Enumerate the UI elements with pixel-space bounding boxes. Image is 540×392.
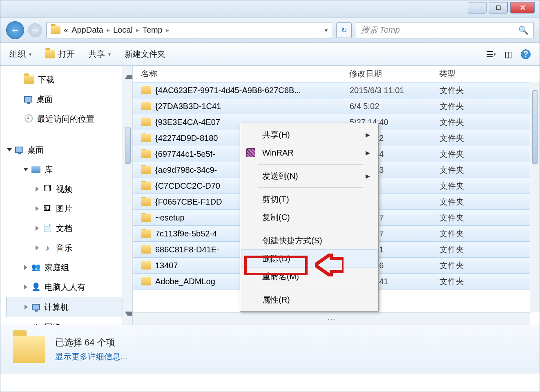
folder-icon xyxy=(141,86,151,94)
scrollbar-thumb[interactable] xyxy=(532,90,538,164)
toolbar-open[interactable]: 打开 xyxy=(45,49,75,60)
maximize-button[interactable]: ☐ xyxy=(489,2,508,13)
scrollbar-thumb[interactable] xyxy=(125,127,131,164)
sidebar-item-downloads[interactable]: 下载 xyxy=(6,70,130,89)
breadcrumb-sep-icon: ▸ xyxy=(166,26,169,34)
column-date[interactable]: 修改日期 xyxy=(349,68,439,79)
table-row[interactable]: {4AC623E7-9971-4d45-A9B8-627C6B...2015/6… xyxy=(133,82,540,98)
folder-icon xyxy=(141,102,151,110)
file-type: 文件夹 xyxy=(440,117,539,128)
expand-icon[interactable] xyxy=(23,168,28,171)
show-more-link[interactable]: 显示更多详细信息... xyxy=(55,351,127,362)
folder-icon xyxy=(141,118,151,126)
help-button[interactable]: ? xyxy=(521,49,531,59)
table-row[interactable]: {27DA3B3D-1C416/4 5:02文件夹 xyxy=(133,98,540,114)
file-name: {42274D9D-8180 xyxy=(155,134,218,143)
sidebar-item-desktop[interactable]: 桌面 xyxy=(6,89,130,109)
view-mode-button[interactable]: ☰▾ xyxy=(486,50,495,59)
sidebar-item-homegroup[interactable]: 👥家庭组 xyxy=(6,258,130,277)
desktop-icon xyxy=(15,147,23,153)
expand-icon[interactable] xyxy=(36,245,39,250)
column-name[interactable]: 名称 xyxy=(141,68,349,79)
preview-pane-button[interactable]: ◫ xyxy=(504,50,513,59)
breadcrumb-sep-icon: ▸ xyxy=(136,26,139,34)
back-button[interactable]: ← xyxy=(6,21,24,39)
ctx-winrar[interactable]: WinRAR▶ xyxy=(241,144,377,162)
library-icon xyxy=(31,166,40,173)
file-name: {93E3E4CA-4E07 xyxy=(155,118,220,127)
arrow-left-icon: ← xyxy=(11,25,20,36)
horizontal-scrollbar[interactable]: ⋯ xyxy=(133,312,530,325)
user-icon: 👤 xyxy=(31,283,40,292)
sidebar-item-recent[interactable]: 🕘最近访问的位置 xyxy=(6,109,130,129)
file-date: 6/4 5:02 xyxy=(350,102,440,111)
minimize-icon: ─ xyxy=(475,4,479,11)
file-name: {ae9d798c-34c9- xyxy=(155,165,217,175)
chevron-down-icon: ▾ xyxy=(108,51,111,57)
sidebar-item-documents[interactable]: 📄文档 xyxy=(6,218,130,238)
nav-tree: 下载 桌面 🕘最近访问的位置 桌面 库 🎞视频 🖼图片 📄文档 ♪音乐 👥家庭组… xyxy=(0,66,132,325)
expand-icon[interactable] xyxy=(25,305,28,310)
breadcrumb-local[interactable]: Local xyxy=(113,25,133,35)
submenu-arrow-icon: ▶ xyxy=(366,173,370,179)
expand-icon[interactable] xyxy=(36,187,39,192)
chevron-down-icon: ▾ xyxy=(493,51,496,57)
recent-icon: 🕘 xyxy=(24,114,33,123)
sidebar-item-videos[interactable]: 🎞视频 xyxy=(6,179,130,199)
expand-icon[interactable] xyxy=(36,226,39,231)
ctx-delete[interactable]: 删除(D) xyxy=(241,249,377,267)
expand-icon[interactable] xyxy=(24,265,27,270)
close-icon: ✕ xyxy=(520,3,526,12)
window-controls: ─ ☐ ✕ xyxy=(468,2,535,14)
ctx-rename[interactable]: 重命名(M) xyxy=(241,267,377,285)
breadcrumb-temp[interactable]: Temp xyxy=(143,25,163,35)
toolbar-organize[interactable]: 组织▾ xyxy=(9,49,31,60)
scroll-grip-icon: ⋯ xyxy=(327,314,335,324)
file-type: 文件夹 xyxy=(440,165,539,176)
sidebar-item-computer[interactable]: 计算机 xyxy=(6,297,130,317)
minimize-button[interactable]: ─ xyxy=(468,2,486,13)
ctx-share[interactable]: 共享(H)▶ xyxy=(241,126,377,144)
address-dropdown-icon[interactable]: ▾ xyxy=(325,27,328,33)
forward-button[interactable]: → xyxy=(28,23,42,37)
sidebar-item-music[interactable]: ♪音乐 xyxy=(6,238,130,258)
sidebar-item-desktop2[interactable]: 桌面 xyxy=(6,140,130,160)
sidebar: 下载 桌面 🕘最近访问的位置 桌面 库 🎞视频 🖼图片 📄文档 ♪音乐 👥家庭组… xyxy=(0,66,133,325)
column-type[interactable]: 类型 xyxy=(439,68,540,79)
pane-icon: ◫ xyxy=(504,49,512,59)
expand-icon[interactable] xyxy=(7,148,12,151)
folder-icon xyxy=(141,214,151,222)
toolbar-share[interactable]: 共享▾ xyxy=(89,49,111,60)
context-menu: 共享(H)▶ WinRAR▶ 发送到(N)▶ 剪切(T) 复制(C) 创建快捷方… xyxy=(240,123,379,312)
breadcrumb-sep-icon: ▸ xyxy=(107,26,110,34)
sidebar-scrollbar[interactable] xyxy=(123,66,132,325)
nav-bar: ← → « AppData ▸ Local ▸ Temp ▸ ▾ ↻ 搜索 Te… xyxy=(0,18,540,43)
breadcrumb-appdata[interactable]: AppData xyxy=(71,25,103,35)
sidebar-item-user[interactable]: 👤电脑人人有 xyxy=(6,277,130,297)
ctx-properties[interactable]: 属性(R) xyxy=(241,291,377,309)
sidebar-item-network[interactable]: 🖧网络 xyxy=(6,317,130,325)
sidebar-item-libraries[interactable]: 库 xyxy=(6,160,130,179)
expand-icon[interactable] xyxy=(36,206,39,211)
vertical-scrollbar[interactable] xyxy=(530,82,540,312)
folder-open-icon xyxy=(45,50,55,58)
file-name: 13407 xyxy=(155,261,178,270)
sidebar-item-pictures[interactable]: 🖼图片 xyxy=(6,199,130,218)
expand-icon[interactable] xyxy=(24,285,27,290)
toolbar-newfolder[interactable]: 新建文件夹 xyxy=(125,49,165,60)
ctx-shortcut[interactable]: 创建快捷方式(S) xyxy=(241,232,377,249)
close-button[interactable]: ✕ xyxy=(510,2,535,13)
file-type: 文件夹 xyxy=(440,212,539,223)
refresh-button[interactable]: ↻ xyxy=(336,22,352,38)
ctx-copy[interactable]: 复制(C) xyxy=(241,208,377,226)
ctx-cut[interactable]: 剪切(T) xyxy=(241,190,377,208)
file-type: 文件夹 xyxy=(440,228,539,239)
search-input[interactable]: 搜索 Temp 🔍 xyxy=(356,22,534,38)
address-bar[interactable]: « AppData ▸ Local ▸ Temp ▸ ▾ xyxy=(46,22,332,38)
menu-separator xyxy=(258,288,363,288)
file-name: {697744c1-5e5f- xyxy=(155,149,215,159)
breadcrumb-pre: « xyxy=(64,25,68,35)
homegroup-icon: 👥 xyxy=(31,263,40,272)
folder-icon xyxy=(141,245,151,254)
ctx-sendto[interactable]: 发送到(N)▶ xyxy=(241,167,377,185)
